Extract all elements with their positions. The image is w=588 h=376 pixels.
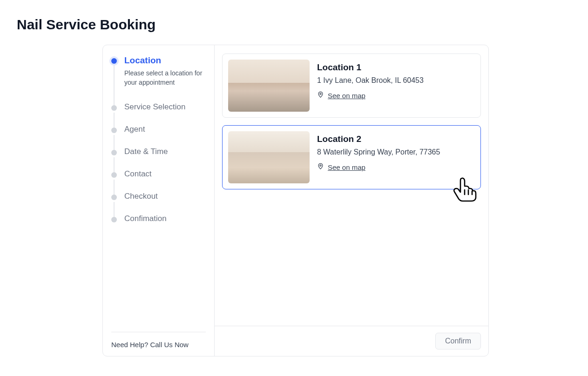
step-connector: [114, 66, 115, 105]
map-link-label: See on map: [328, 163, 365, 171]
location-image: [228, 60, 310, 112]
step-agent[interactable]: Agent: [111, 125, 206, 147]
step-label: Date & Time: [124, 147, 206, 156]
svg-point-1: [320, 165, 321, 166]
step-label: Contact: [124, 169, 206, 179]
step-contact[interactable]: Contact: [111, 169, 206, 192]
sidebar: Location Please select a location for yo…: [103, 45, 215, 356]
help-callout[interactable]: Need Help? Call Us Now: [111, 332, 206, 349]
step-confirmation[interactable]: Confimation: [111, 214, 206, 236]
step-checkout[interactable]: Checkout: [111, 192, 206, 214]
map-pin-icon: [317, 91, 324, 100]
confirm-button[interactable]: Confirm: [435, 333, 481, 349]
step-date-time[interactable]: Date & Time: [111, 147, 206, 169]
location-list: Location 1 1 Ivy Lane, Oak Brook, IL 604…: [215, 45, 488, 326]
step-location[interactable]: Location Please select a location for yo…: [111, 55, 206, 102]
map-link-label: See on map: [328, 92, 365, 100]
step-dot-icon: [111, 195, 117, 200]
step-label: Service Selection: [124, 102, 206, 112]
location-image: [228, 131, 310, 183]
location-name: Location 1: [317, 62, 424, 73]
location-card-2[interactable]: Location 2 8 Waterlily Spring Way, Porte…: [222, 125, 481, 189]
location-address: 1 Ivy Lane, Oak Brook, IL 60453: [317, 76, 424, 85]
location-info: Location 1 1 Ivy Lane, Oak Brook, IL 604…: [317, 60, 424, 112]
step-description: Please select a location for your appoin…: [124, 68, 206, 87]
steps-list: Location Please select a location for yo…: [111, 55, 206, 328]
step-service-selection[interactable]: Service Selection: [111, 102, 206, 125]
location-info: Location 2 8 Waterlily Spring Way, Porte…: [317, 131, 440, 183]
svg-point-0: [320, 93, 321, 94]
location-name: Location 2: [317, 134, 440, 144]
step-dot-icon: [111, 172, 117, 178]
see-on-map-link[interactable]: See on map: [317, 91, 365, 100]
main-footer: Confirm: [215, 326, 488, 356]
step-dot-icon: [111, 128, 117, 133]
map-pin-icon: [317, 163, 324, 171]
page-title: Nail Service Booking: [17, 17, 571, 33]
location-address: 8 Waterlily Spring Way, Porter, 77365: [317, 148, 440, 156]
step-label: Location: [124, 55, 206, 66]
step-label: Checkout: [124, 192, 206, 201]
step-dot-active-icon: [111, 58, 117, 64]
main-panel: Location 1 1 Ivy Lane, Oak Brook, IL 604…: [215, 45, 488, 356]
step-dot-icon: [111, 217, 117, 222]
step-dot-icon: [111, 150, 117, 155]
booking-card: Location Please select a location for yo…: [102, 45, 489, 356]
step-label: Confimation: [124, 214, 206, 223]
step-dot-icon: [111, 105, 117, 111]
step-label: Agent: [124, 125, 206, 134]
location-card-1[interactable]: Location 1 1 Ivy Lane, Oak Brook, IL 604…: [222, 54, 481, 118]
see-on-map-link[interactable]: See on map: [317, 163, 365, 171]
